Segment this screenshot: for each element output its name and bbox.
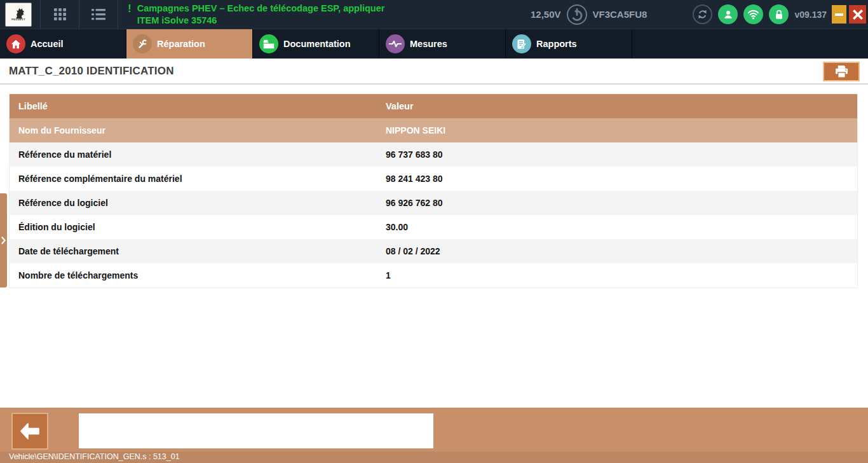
row-label: Référence du logiciel [10, 198, 386, 208]
wifi-icon [747, 9, 759, 20]
chevron-right-icon [1, 237, 6, 244]
row-value: 96 737 683 80 [386, 149, 857, 160]
tab-accueil-label: Accueil [31, 39, 64, 49]
row-label: Référence complémentaire du matériel [10, 174, 386, 184]
tab-accueil[interactable]: Accueil [0, 29, 126, 59]
row-value: 98 241 423 80 [386, 174, 857, 184]
topbar-right-cluster: 12,50V VF3CA5FU8 [531, 4, 868, 25]
status-strip: Vehicle\GEN\IDENTIFICATION_GEN.s : 513_0… [0, 452, 868, 463]
bottom-bar: Vehicle\GEN\IDENTIFICATION_GEN.s : 513_0… [0, 408, 868, 463]
logo-wordmark: PEUGEOT [11, 18, 25, 21]
identification-table: Libellé Valeur Nom du Fournisseur NIPPON… [9, 93, 858, 288]
back-button[interactable] [11, 413, 48, 450]
table-row[interactable]: Édition du logiciel 30.00 [10, 215, 857, 239]
row-value: 08 / 02 / 2022 [386, 246, 857, 256]
close-icon [853, 10, 863, 20]
lion-icon [12, 7, 25, 19]
main-nav-tabs: Accueil Réparation Documentation Me [0, 29, 868, 59]
print-button[interactable] [823, 62, 860, 81]
divider [40, 0, 41, 29]
row-label: Édition du logiciel [10, 222, 386, 232]
alert-exclamation: ! [128, 3, 132, 27]
table-row[interactable]: Référence du matériel 96 737 683 80 [10, 142, 857, 167]
table-row[interactable]: Nom du Fournisseur NIPPON SEIKI [10, 118, 857, 142]
status-path: Vehicle\GEN\IDENTIFICATION_GEN.s : 513_0… [9, 452, 180, 461]
list-menu-button[interactable] [88, 4, 109, 25]
back-arrow-icon [18, 421, 41, 441]
power-icon [566, 4, 588, 25]
close-button[interactable] [849, 5, 866, 24]
row-value: 30.00 [386, 222, 857, 232]
row-label: Date de téléchargement [10, 246, 386, 256]
waveform-icon [386, 34, 405, 53]
tabbar-filler [632, 29, 868, 59]
row-value: NIPPON SEIKI [386, 125, 857, 135]
footer-message-box [79, 413, 433, 448]
page-title: MATT_C_2010 IDENTIFICATION [9, 65, 174, 78]
column-header-libelle: Libellé [10, 101, 386, 111]
tab-rapports-label: Rapports [536, 39, 577, 49]
divider [118, 0, 118, 29]
divider [79, 0, 79, 29]
table-row[interactable]: Date de téléchargement 08 / 02 / 2022 [10, 239, 857, 263]
minimize-icon [835, 13, 843, 16]
side-panel-expander[interactable] [0, 193, 7, 287]
row-label: Nom du Fournisseur [10, 125, 386, 135]
report-icon [512, 34, 531, 53]
tab-mesures[interactable]: Mesures [379, 29, 506, 59]
tab-documentation[interactable]: Documentation [253, 29, 379, 59]
app-version: v09.137 [794, 10, 827, 20]
grid-icon [53, 8, 67, 21]
row-label: Nombre de téléchargements [10, 270, 386, 280]
alert-line-2: ITEM iSolve 35746 [137, 15, 385, 27]
user-icon [723, 10, 733, 20]
column-header-valeur: Valeur [386, 101, 857, 111]
row-label: Référence du matériel [10, 149, 386, 160]
user-status-button[interactable] [718, 4, 738, 24]
page-header: MATT_C_2010 IDENTIFICATION [0, 59, 868, 85]
lock-icon [775, 10, 783, 20]
sync-icon [697, 9, 708, 20]
peugeot-logo: PEUGEOT [5, 3, 32, 27]
row-value: 1 [386, 270, 857, 280]
sync-button[interactable] [693, 4, 712, 24]
folder-icon [259, 34, 278, 53]
campaign-alert: ! Campagnes PHEV – Echec de télécodage E… [128, 3, 384, 27]
repair-tools-icon [133, 34, 152, 53]
printer-icon [834, 65, 849, 78]
vehicle-vin: VF3CA5FU8 [593, 9, 648, 20]
top-bar: PEUGEOT ! Campagnes PHEV – Echec de télé… [0, 0, 868, 29]
alert-line-1: Campagnes PHEV – Echec de télécodage ESP… [137, 3, 385, 15]
lock-status-button[interactable] [769, 4, 789, 24]
power-status-button[interactable] [566, 4, 588, 25]
tab-reparation-label: Réparation [157, 39, 205, 49]
content-area: Libellé Valeur Nom du Fournisseur NIPPON… [0, 85, 868, 408]
tab-documentation-label: Documentation [283, 39, 351, 49]
grid-menu-button[interactable] [49, 4, 71, 25]
tab-reparation[interactable]: Réparation [126, 29, 253, 59]
table-header-row: Libellé Valeur [10, 94, 857, 118]
minimize-button[interactable] [832, 5, 846, 24]
table-row[interactable]: Référence du logiciel 96 926 762 80 [10, 191, 857, 215]
battery-voltage: 12,50V [531, 9, 561, 20]
table-row[interactable]: Référence complémentaire du matériel 98 … [10, 167, 857, 191]
table-row[interactable]: Nombre de téléchargements 1 [10, 263, 857, 287]
tab-mesures-label: Mesures [410, 39, 447, 49]
home-icon [6, 34, 25, 53]
tab-rapports[interactable]: Rapports [506, 29, 632, 59]
wifi-status-button[interactable] [743, 4, 763, 24]
list-icon [91, 8, 106, 20]
row-value: 96 926 762 80 [386, 198, 857, 208]
